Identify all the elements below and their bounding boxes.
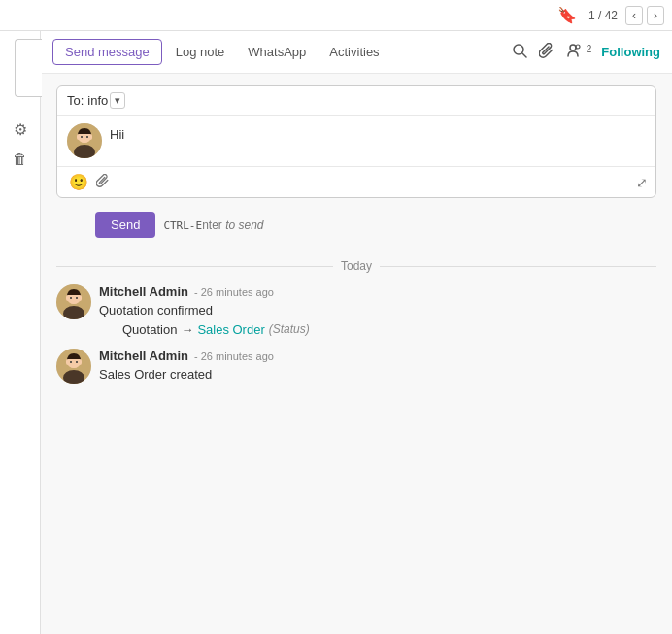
change-new-value-1: Sales Order bbox=[197, 322, 264, 337]
svg-point-3 bbox=[576, 45, 580, 49]
message-item-2: Mitchell Admin - 26 minutes ago Sales Or… bbox=[56, 349, 656, 384]
message-time-1: - 26 minutes ago bbox=[194, 286, 274, 298]
search-icon-button[interactable] bbox=[510, 41, 529, 64]
message-author-1: Mitchell Admin bbox=[99, 284, 188, 299]
svg-line-1 bbox=[522, 53, 526, 57]
sidebar-active-tab bbox=[15, 39, 42, 97]
send-button[interactable]: Send bbox=[95, 212, 155, 238]
next-record-button[interactable]: › bbox=[647, 6, 664, 25]
compose-input[interactable]: Hii bbox=[110, 123, 646, 158]
left-sidebar: ⚙ 🗑 bbox=[0, 31, 41, 634]
message-content-1: Mitchell Admin - 26 minutes ago Quotatio… bbox=[99, 284, 656, 337]
message-item: Mitchell Admin - 26 minutes ago Quotatio… bbox=[56, 284, 656, 337]
to-value: info bbox=[87, 93, 108, 108]
message-header-1: Mitchell Admin - 26 minutes ago bbox=[99, 284, 656, 299]
svg-point-9 bbox=[81, 136, 83, 138]
log-note-button[interactable]: Log note bbox=[166, 40, 235, 64]
toolbar-icons: 2 Following bbox=[510, 41, 660, 64]
prev-record-button[interactable]: ‹ bbox=[625, 6, 643, 25]
activities-button[interactable]: Activities bbox=[319, 40, 388, 64]
to-dropdown-button[interactable]: ▾ bbox=[110, 92, 125, 109]
expand-button[interactable]: ⤢ bbox=[636, 175, 648, 190]
message-change-1: Quotation → Sales Order (Status) bbox=[122, 322, 656, 337]
following-button[interactable]: Following bbox=[601, 45, 660, 59]
svg-rect-8 bbox=[77, 134, 92, 140]
follower-count: 2 bbox=[587, 43, 592, 53]
action-toolbar: Send message Log note WhatsApp Activitie… bbox=[41, 31, 672, 74]
record-navigation: 🔖 1 / 42 ‹ › bbox=[557, 6, 664, 25]
svg-rect-15 bbox=[66, 295, 82, 301]
svg-point-23 bbox=[70, 361, 72, 363]
message-text-2: Sales Order created bbox=[99, 365, 656, 384]
svg-point-16 bbox=[70, 297, 72, 299]
svg-point-24 bbox=[76, 361, 78, 363]
change-status-1: (Status) bbox=[269, 322, 310, 336]
message-avatar-2 bbox=[56, 349, 91, 384]
svg-rect-22 bbox=[66, 359, 82, 365]
svg-point-10 bbox=[86, 136, 88, 138]
date-divider: Today bbox=[56, 259, 656, 273]
attachment-button[interactable] bbox=[92, 172, 114, 193]
send-hint: CTRL-Enter to send bbox=[163, 218, 263, 232]
compose-to-bar: To: info ▾ bbox=[57, 86, 655, 116]
send-row: Send CTRL-Enter to send bbox=[41, 206, 672, 248]
whatsapp-button[interactable]: WhatsApp bbox=[238, 40, 316, 64]
main-layout: ⚙ 🗑 Send message Log note WhatsApp Activ… bbox=[0, 31, 672, 634]
message-text-1: Quotation confirmed bbox=[99, 301, 656, 320]
send-message-button[interactable]: Send message bbox=[52, 39, 162, 65]
message-avatar-1 bbox=[56, 284, 91, 319]
compose-area: To: info ▾ bbox=[56, 85, 656, 198]
filter-icon[interactable]: ⚙ bbox=[14, 120, 27, 139]
message-changes-1: Quotation → Sales Order (Status) bbox=[107, 322, 656, 337]
messages-feed: Today bbox=[41, 248, 672, 634]
bookmark-icon: 🔖 bbox=[557, 6, 577, 24]
content-area: Send message Log note WhatsApp Activitie… bbox=[41, 31, 672, 634]
message-author-2: Mitchell Admin bbox=[99, 349, 188, 363]
attachment-icon-button[interactable] bbox=[537, 41, 556, 64]
to-label: To: bbox=[67, 93, 84, 108]
change-field-1: Quotation bbox=[122, 322, 177, 337]
message-time-2: - 26 minutes ago bbox=[194, 350, 274, 362]
emoji-button[interactable]: 🙂 bbox=[65, 171, 92, 193]
message-header-2: Mitchell Admin - 26 minutes ago bbox=[99, 349, 656, 363]
change-arrow-1: → bbox=[181, 322, 193, 337]
compose-toolbar-row: 🙂 ⤢ bbox=[57, 166, 655, 197]
trash-icon[interactable]: 🗑 bbox=[13, 150, 27, 167]
top-bar: 🔖 1 / 42 ‹ › bbox=[0, 0, 672, 31]
record-counter: 1 / 42 bbox=[588, 9, 618, 22]
svg-point-17 bbox=[76, 297, 78, 299]
svg-point-2 bbox=[570, 45, 576, 50]
followers-icon-button[interactable]: 2 bbox=[564, 41, 593, 64]
compose-avatar-row: Hii bbox=[57, 116, 655, 166]
message-content-2: Mitchell Admin - 26 minutes ago Sales Or… bbox=[99, 349, 656, 384]
compose-avatar bbox=[67, 123, 102, 158]
